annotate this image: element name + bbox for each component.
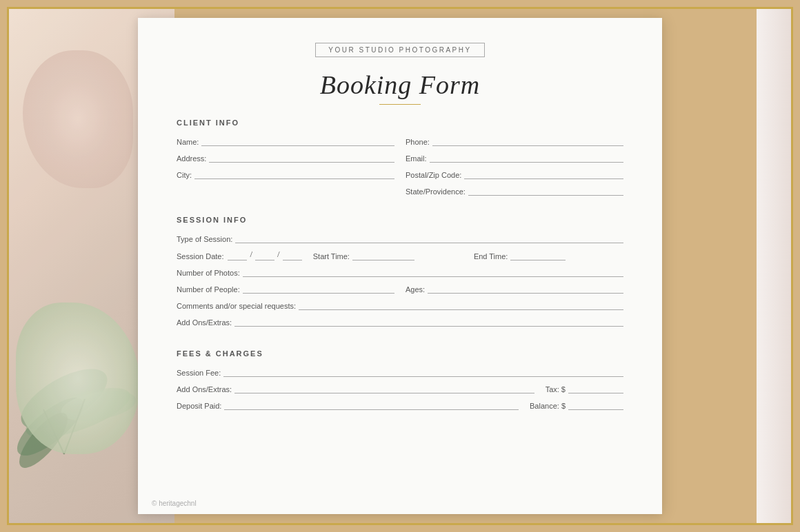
watermark: © heritagechnl [152,500,197,507]
address-line[interactable] [209,152,394,163]
state-row: State/Providence: [177,185,623,196]
start-time-line[interactable] [352,249,414,260]
start-time-field: Start Time: [313,249,463,260]
session-fee-line[interactable] [223,366,623,377]
deposit-line[interactable] [224,399,519,410]
session-date-field: Session Date: / / [177,249,302,260]
name-label: Name: [177,138,199,146]
studio-label: YOUR STUDIO PHOTOGRAPHY [328,46,471,54]
comments-field: Comments and/or special requests: [177,299,623,310]
state-field: State/Providence: [406,185,623,196]
svg-point-3 [59,386,138,426]
city-postal-row: City: Postal/Zip Code: [177,168,623,179]
session-type-line[interactable] [235,232,623,243]
session-type-label: Type of Session: [177,235,232,243]
balance-label: Balance: $ [530,402,566,410]
svg-point-0 [12,357,116,441]
city-field: City: [177,168,394,179]
studio-label-wrapper: YOUR STUDIO PHOTOGRAPHY [177,43,623,64]
addons-fee-label: Add Ons/Extras: [177,385,232,393]
session-date-label: Session Date: [177,252,223,260]
num-photos-line[interactable] [243,266,623,277]
end-time-line[interactable] [510,249,566,260]
city-line[interactable] [194,168,394,179]
form-paper: YOUR STUDIO PHOTOGRAPHY Booking Form CLI… [138,18,662,514]
date-yy[interactable] [283,249,302,260]
deposit-field: Deposit Paid: [177,399,519,410]
studio-label-box: YOUR STUDIO PHOTOGRAPHY [315,43,484,57]
session-fee-field: Session Fee: [177,366,623,377]
num-people-label: Number of People: [177,285,240,294]
session-type-row: Type of Session: [177,232,623,243]
comments-row: Comments and/or special requests: [177,299,623,310]
session-info-section-title: SESSION INFO [177,216,623,224]
balance-line[interactable] [568,399,623,410]
start-time-label: Start Time: [313,252,350,260]
session-fee-label: Session Fee: [177,369,221,377]
addons-session-line[interactable] [234,316,623,327]
client-name-row: Name: Phone: [177,135,623,146]
email-field: Email: [406,152,623,163]
tax-field: Tax: $ [546,382,623,393]
tax-label: Tax: $ [546,385,566,393]
comments-line[interactable] [299,299,623,310]
ages-field: Ages: [406,283,623,294]
email-line[interactable] [430,152,623,163]
num-people-row: Number of People: Ages: [177,283,623,294]
date-mm[interactable] [228,249,247,260]
addons-session-field: Add Ons/Extras: [177,316,623,327]
ages-line[interactable] [428,283,623,294]
name-field: Name: [177,135,394,146]
session-type-field: Type of Session: [177,232,623,243]
addons-tax-row: Add Ons/Extras: Tax: $ [177,382,623,393]
date-dd[interactable] [255,249,274,260]
phone-label: Phone: [406,138,430,146]
form-title: Booking Form [177,70,623,100]
addons-fee-field: Add Ons/Extras: [177,382,534,393]
outer-border: YOUR STUDIO PHOTOGRAPHY Booking Form CLI… [7,7,793,525]
num-photos-row: Number of Photos: [177,266,623,277]
phone-field: Phone: [406,135,623,146]
postal-line[interactable] [464,168,623,179]
address-field: Address: [177,152,394,163]
name-line[interactable] [201,135,394,146]
session-date-row: Session Date: / / Start Time: End Time: [177,249,623,260]
client-info-section-title: CLIENT INFO [177,119,623,127]
city-label: City: [177,171,192,179]
postal-label: Postal/Zip Code: [406,171,461,179]
ages-label: Ages: [406,285,425,294]
email-label: Email: [406,154,427,163]
slash-2: / [277,249,280,260]
num-photos-field: Number of Photos: [177,266,623,277]
addons-session-row: Add Ons/Extras: [177,316,623,327]
tax-line[interactable] [568,382,623,393]
svg-line-5 [64,399,85,454]
state-label: State/Providence: [406,187,466,196]
address-email-row: Address: Email: [177,152,623,163]
comments-label: Comments and/or special requests: [177,302,296,310]
title-underline [379,104,421,105]
end-time-label: End Time: [474,252,508,260]
slash-1: / [250,249,252,260]
num-photos-label: Number of Photos: [177,269,240,277]
addons-fee-line[interactable] [234,382,534,393]
state-line[interactable] [468,185,623,196]
postal-field: Postal/Zip Code: [406,168,623,179]
date-input: / / [228,249,301,260]
session-fee-row: Session Fee: [177,366,623,377]
balance-field: Balance: $ [530,399,623,410]
fees-section-title: FEES & CHARGES [177,349,623,358]
svg-point-1 [20,378,135,448]
deposit-balance-row: Deposit Paid: Balance: $ [177,399,623,410]
num-people-field: Number of People: [177,283,394,294]
addons-session-label: Add Ons/Extras: [177,318,232,327]
background-right [757,9,791,523]
address-label: Address: [177,154,206,163]
phone-line[interactable] [432,135,623,146]
num-people-line[interactable] [243,283,394,294]
deposit-label: Deposit Paid: [177,402,221,410]
end-time-field: End Time: [474,249,623,260]
